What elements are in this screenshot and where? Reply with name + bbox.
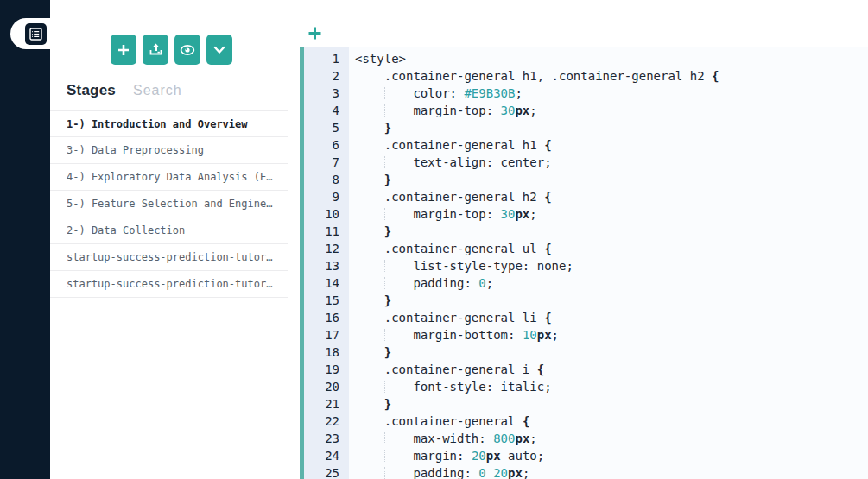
line-number: 21 bbox=[304, 395, 339, 413]
stage-list-item[interactable]: 2-) Data Collection bbox=[50, 217, 288, 244]
code-line[interactable]: .container-general i { bbox=[355, 361, 868, 378]
left-rail bbox=[0, 0, 50, 479]
line-number: 11 bbox=[304, 223, 339, 240]
line-number: 17 bbox=[304, 326, 339, 343]
line-number: 6 bbox=[304, 136, 339, 154]
stages-panel: Stages 1-) Introduction and Overview3-) … bbox=[50, 0, 288, 479]
line-number: 12 bbox=[304, 240, 339, 257]
line-number: 1 bbox=[304, 50, 339, 67]
plus-icon bbox=[307, 26, 322, 41]
stage-list-item[interactable]: 1-) Introduction and Overview bbox=[50, 110, 288, 137]
line-number: 24 bbox=[304, 447, 339, 464]
line-number: 10 bbox=[304, 205, 339, 223]
code-line[interactable]: } bbox=[355, 292, 868, 309]
code-line[interactable]: } bbox=[355, 171, 868, 188]
eye-icon bbox=[180, 44, 195, 56]
code-line[interactable]: } bbox=[355, 223, 868, 240]
code-line[interactable]: font-style: italic; bbox=[355, 378, 868, 395]
code-line[interactable]: padding: 0; bbox=[355, 274, 868, 292]
stage-list: 1-) Introduction and Overview3-) Data Pr… bbox=[50, 110, 288, 298]
code-line[interactable]: } bbox=[355, 395, 868, 413]
stages-title: Stages bbox=[67, 82, 116, 99]
more-actions-button[interactable] bbox=[206, 35, 232, 65]
line-number: 19 bbox=[304, 361, 339, 378]
line-number: 18 bbox=[304, 343, 339, 361]
line-number: 4 bbox=[304, 102, 339, 119]
code-line[interactable]: margin-top: 30px; bbox=[355, 102, 868, 119]
stage-list-item[interactable]: startup-success-prediction-tutor… bbox=[50, 271, 288, 298]
line-number-gutter: 1234567891011121314151617181920212223242… bbox=[304, 47, 349, 479]
stage-list-item[interactable]: 4-) Exploratory Data Analysis (E… bbox=[50, 164, 288, 191]
code-line[interactable]: color: #E9B30B; bbox=[355, 85, 868, 102]
code-line[interactable]: text-align: center; bbox=[355, 154, 868, 171]
stage-list-item[interactable]: 5-) Feature Selection and Engine… bbox=[50, 191, 288, 217]
code-line[interactable]: max-width: 800px; bbox=[355, 430, 868, 447]
add-block-button[interactable] bbox=[305, 23, 324, 42]
line-number: 7 bbox=[304, 154, 339, 171]
line-number: 5 bbox=[304, 119, 339, 136]
drawer-tab[interactable] bbox=[10, 18, 50, 49]
stage-list-item[interactable]: startup-success-prediction-tutor… bbox=[50, 244, 288, 271]
preview-stage-button[interactable] bbox=[174, 35, 200, 65]
app-root: Stages 1-) Introduction and Overview3-) … bbox=[0, 0, 868, 479]
code-line[interactable]: .container-general ul { bbox=[355, 240, 868, 257]
line-number: 20 bbox=[304, 378, 339, 395]
code-line[interactable]: padding: 0 20px; bbox=[355, 464, 868, 479]
line-number: 14 bbox=[304, 274, 339, 292]
code-line[interactable]: .container-general h2 { bbox=[355, 188, 868, 205]
line-number: 3 bbox=[304, 85, 339, 102]
stages-header: Stages bbox=[67, 82, 274, 99]
line-number: 23 bbox=[304, 430, 339, 447]
add-stage-button[interactable] bbox=[111, 35, 136, 65]
code-line[interactable]: .container-general h1, .container-genera… bbox=[355, 67, 868, 85]
chevron-down-icon bbox=[213, 46, 225, 54]
line-number: 15 bbox=[304, 292, 339, 309]
code-line[interactable]: margin: 20px auto; bbox=[355, 447, 868, 464]
code-line[interactable]: .container-general li { bbox=[355, 309, 868, 326]
code-line[interactable]: margin-bottom: 10px; bbox=[355, 326, 868, 343]
code-line[interactable]: } bbox=[355, 119, 868, 136]
editor-area: 1234567891011121314151617181920212223242… bbox=[300, 0, 868, 479]
line-number: 22 bbox=[304, 413, 339, 430]
stage-search-input[interactable] bbox=[133, 83, 263, 98]
line-number: 25 bbox=[304, 464, 339, 479]
plus-icon bbox=[117, 43, 130, 57]
code-line[interactable]: } bbox=[355, 343, 868, 361]
code-line[interactable]: list-style-type: none; bbox=[355, 257, 868, 274]
code-line[interactable]: .container-general { bbox=[355, 413, 868, 430]
upload-stage-button[interactable] bbox=[143, 35, 168, 65]
line-number: 9 bbox=[304, 188, 339, 205]
stages-drawer-button[interactable] bbox=[25, 23, 47, 45]
line-number: 2 bbox=[304, 67, 339, 85]
stages-toolbar bbox=[111, 35, 232, 65]
line-number: 16 bbox=[304, 309, 339, 326]
code-content[interactable]: <style> .container-general h1, .containe… bbox=[349, 47, 868, 479]
list-icon bbox=[29, 28, 42, 41]
upload-icon bbox=[149, 42, 163, 57]
code-line[interactable]: .container-general h1 { bbox=[355, 136, 868, 154]
code-editor[interactable]: 1234567891011121314151617181920212223242… bbox=[300, 47, 868, 479]
code-line[interactable]: <style> bbox=[355, 50, 868, 67]
code-line[interactable]: margin-top: 30px; bbox=[355, 205, 868, 223]
line-number: 8 bbox=[304, 171, 339, 188]
stage-list-item[interactable]: 3-) Data Preprocessing bbox=[50, 137, 288, 164]
line-number: 13 bbox=[304, 257, 339, 274]
